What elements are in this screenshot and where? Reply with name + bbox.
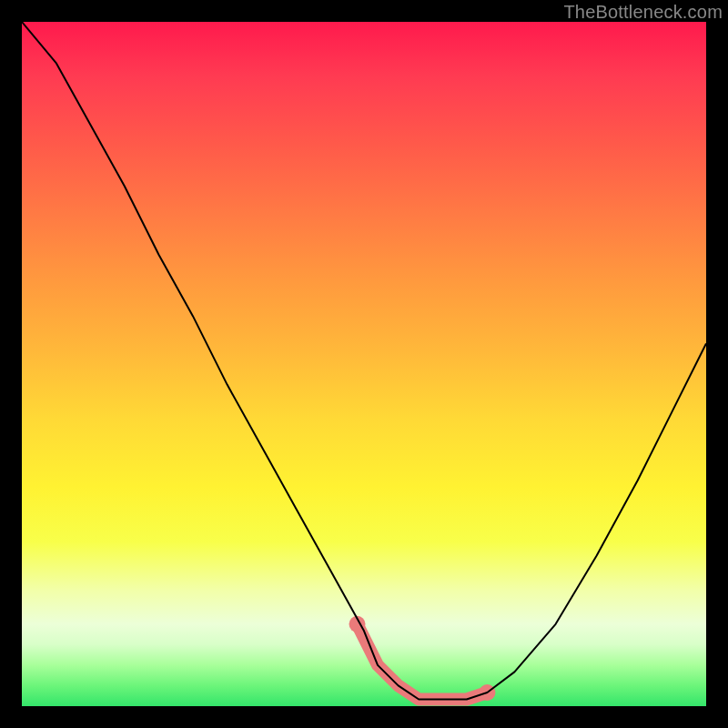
chart-gradient-background [22, 22, 706, 706]
chart-frame: TheBottleneck.com [0, 0, 728, 728]
watermark-text: TheBottleneck.com [563, 2, 723, 23]
